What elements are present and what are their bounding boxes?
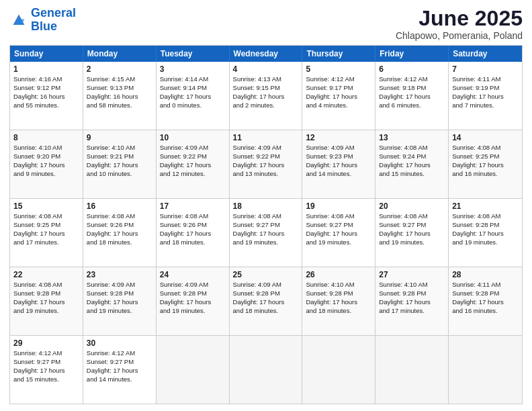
calendar-cell [230,336,303,404]
day-number: 30 [87,338,152,349]
day-info: Sunrise: 4:14 AM Sunset: 9:14 PM Dayligh… [160,75,212,108]
day-info: Sunrise: 4:08 AM Sunset: 9:28 PM Dayligh… [13,281,65,314]
calendar-cell: 2Sunrise: 4:15 AM Sunset: 9:13 PM Daylig… [83,62,157,130]
calendar-cell: 12Sunrise: 4:09 AM Sunset: 9:23 PM Dayli… [302,130,375,198]
calendar-cell: 17Sunrise: 4:08 AM Sunset: 9:26 PM Dayli… [157,199,230,267]
calendar-cell: 4Sunrise: 4:13 AM Sunset: 9:15 PM Daylig… [230,62,303,130]
day-info: Sunrise: 4:11 AM Sunset: 9:19 PM Dayligh… [452,75,504,108]
day-info: Sunrise: 4:09 AM Sunset: 9:28 PM Dayligh… [160,281,212,314]
day-number: 16 [87,201,152,212]
title-block: June 2025 Chlapowo, Pomerania, Poland [396,7,523,41]
calendar-row: 8Sunrise: 4:10 AM Sunset: 9:20 PM Daylig… [10,130,522,198]
day-number: 28 [452,269,519,280]
calendar-cell: 10Sunrise: 4:09 AM Sunset: 9:22 PM Dayli… [157,130,230,198]
calendar-cell: 21Sunrise: 4:08 AM Sunset: 9:28 PM Dayli… [449,199,522,267]
calendar-row: 15Sunrise: 4:08 AM Sunset: 9:25 PM Dayli… [10,198,522,267]
day-number: 7 [452,64,519,75]
logo-text: General Blue [31,7,76,34]
day-info: Sunrise: 4:08 AM Sunset: 9:27 PM Dayligh… [379,212,431,245]
day-info: Sunrise: 4:12 AM Sunset: 9:27 PM Dayligh… [87,349,138,382]
day-info: Sunrise: 4:09 AM Sunset: 9:23 PM Dayligh… [306,144,357,177]
day-number: 11 [233,132,299,143]
calendar-row: 1Sunrise: 4:16 AM Sunset: 9:12 PM Daylig… [10,62,522,130]
col-saturday: Saturday [449,46,522,62]
day-number: 17 [160,201,226,212]
calendar: Sunday Monday Tuesday Wednesday Thursday… [9,45,523,404]
calendar-cell: 15Sunrise: 4:08 AM Sunset: 9:25 PM Dayli… [10,199,83,267]
day-info: Sunrise: 4:09 AM Sunset: 9:28 PM Dayligh… [87,281,138,314]
day-info: Sunrise: 4:08 AM Sunset: 9:26 PM Dayligh… [160,212,212,245]
calendar-cell: 7Sunrise: 4:11 AM Sunset: 9:19 PM Daylig… [449,62,522,130]
day-info: Sunrise: 4:08 AM Sunset: 9:26 PM Dayligh… [87,212,138,245]
day-info: Sunrise: 4:11 AM Sunset: 9:28 PM Dayligh… [452,281,504,314]
calendar-cell: 5Sunrise: 4:12 AM Sunset: 9:17 PM Daylig… [302,62,375,130]
day-info: Sunrise: 4:09 AM Sunset: 9:22 PM Dayligh… [233,144,285,177]
logo-icon [9,11,28,30]
day-info: Sunrise: 4:15 AM Sunset: 9:13 PM Dayligh… [87,75,138,108]
day-info: Sunrise: 4:10 AM Sunset: 9:28 PM Dayligh… [379,281,431,314]
calendar-cell [302,336,375,404]
day-number: 27 [379,269,445,280]
calendar-header: Sunday Monday Tuesday Wednesday Thursday… [10,46,522,62]
day-number: 10 [160,132,226,143]
day-info: Sunrise: 4:12 AM Sunset: 9:27 PM Dayligh… [13,349,65,382]
day-info: Sunrise: 4:08 AM Sunset: 9:28 PM Dayligh… [452,212,504,245]
day-info: Sunrise: 4:10 AM Sunset: 9:28 PM Dayligh… [306,281,357,314]
calendar-cell: 19Sunrise: 4:08 AM Sunset: 9:27 PM Dayli… [302,199,375,267]
calendar-cell [375,336,449,404]
calendar-cell: 13Sunrise: 4:08 AM Sunset: 9:24 PM Dayli… [375,130,449,198]
calendar-cell: 1Sunrise: 4:16 AM Sunset: 9:12 PM Daylig… [10,62,83,130]
day-info: Sunrise: 4:10 AM Sunset: 9:21 PM Dayligh… [87,144,138,177]
day-info: Sunrise: 4:08 AM Sunset: 9:25 PM Dayligh… [452,144,504,177]
calendar-cell: 16Sunrise: 4:08 AM Sunset: 9:26 PM Dayli… [83,199,157,267]
page: General Blue June 2025 Chlapowo, Pomeran… [0,0,532,411]
day-number: 24 [160,269,226,280]
day-number: 14 [452,132,519,143]
calendar-cell: 22Sunrise: 4:08 AM Sunset: 9:28 PM Dayli… [10,267,83,335]
calendar-cell: 11Sunrise: 4:09 AM Sunset: 9:22 PM Dayli… [230,130,303,198]
calendar-cell: 3Sunrise: 4:14 AM Sunset: 9:14 PM Daylig… [157,62,230,130]
day-number: 21 [452,201,519,212]
col-monday: Monday [83,46,157,62]
day-info: Sunrise: 4:08 AM Sunset: 9:25 PM Dayligh… [13,212,65,245]
day-info: Sunrise: 4:16 AM Sunset: 9:12 PM Dayligh… [13,75,65,108]
day-number: 29 [13,338,79,349]
col-friday: Friday [375,46,449,62]
col-sunday: Sunday [10,46,83,62]
calendar-cell: 26Sunrise: 4:10 AM Sunset: 9:28 PM Dayli… [302,267,375,335]
logo: General Blue [9,7,76,34]
day-info: Sunrise: 4:12 AM Sunset: 9:17 PM Dayligh… [306,75,357,108]
calendar-cell: 25Sunrise: 4:09 AM Sunset: 9:28 PM Dayli… [230,267,303,335]
calendar-cell: 28Sunrise: 4:11 AM Sunset: 9:28 PM Dayli… [449,267,522,335]
calendar-cell: 27Sunrise: 4:10 AM Sunset: 9:28 PM Dayli… [375,267,449,335]
day-number: 8 [13,132,79,143]
calendar-row: 22Sunrise: 4:08 AM Sunset: 9:28 PM Dayli… [10,267,522,335]
col-thursday: Thursday [302,46,375,62]
day-number: 12 [306,132,371,143]
calendar-cell: 14Sunrise: 4:08 AM Sunset: 9:25 PM Dayli… [449,130,522,198]
day-info: Sunrise: 4:08 AM Sunset: 9:27 PM Dayligh… [306,212,357,245]
day-number: 25 [233,269,299,280]
day-number: 5 [306,64,371,75]
day-number: 6 [379,64,445,75]
day-number: 1 [13,64,79,75]
day-number: 2 [87,64,152,75]
calendar-cell: 30Sunrise: 4:12 AM Sunset: 9:27 PM Dayli… [83,336,157,404]
calendar-cell: 6Sunrise: 4:12 AM Sunset: 9:18 PM Daylig… [375,62,449,130]
day-info: Sunrise: 4:08 AM Sunset: 9:27 PM Dayligh… [233,212,285,245]
header: General Blue June 2025 Chlapowo, Pomeran… [9,7,523,41]
calendar-cell: 23Sunrise: 4:09 AM Sunset: 9:28 PM Dayli… [83,267,157,335]
day-info: Sunrise: 4:12 AM Sunset: 9:18 PM Dayligh… [379,75,431,108]
subtitle: Chlapowo, Pomerania, Poland [396,30,523,41]
col-wednesday: Wednesday [230,46,303,62]
day-number: 22 [13,269,79,280]
calendar-cell [157,336,230,404]
calendar-cell: 24Sunrise: 4:09 AM Sunset: 9:28 PM Dayli… [157,267,230,335]
calendar-row: 29Sunrise: 4:12 AM Sunset: 9:27 PM Dayli… [10,335,522,404]
day-info: Sunrise: 4:09 AM Sunset: 9:28 PM Dayligh… [233,281,285,314]
day-info: Sunrise: 4:09 AM Sunset: 9:22 PM Dayligh… [160,144,212,177]
calendar-cell: 18Sunrise: 4:08 AM Sunset: 9:27 PM Dayli… [230,199,303,267]
day-number: 4 [233,64,299,75]
day-number: 19 [306,201,371,212]
day-number: 18 [233,201,299,212]
